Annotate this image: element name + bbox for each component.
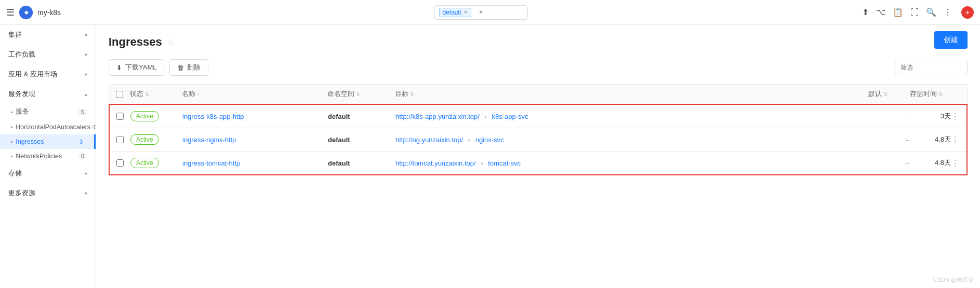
toolbar: ⬇ 下载YAML 🗑 删除: [109, 59, 968, 76]
sidebar-item-hpa[interactable]: ▪ HorizontalPodAutoscalers 0: [0, 120, 96, 134]
services-icon: ▪: [10, 108, 12, 116]
delete-button[interactable]: 🗑 删除: [169, 59, 208, 76]
sidebar-group-cluster[interactable]: 集群 ▾: [0, 25, 96, 45]
sort-name-icon[interactable]: ↕: [197, 91, 200, 97]
sidebar-group-service-discovery[interactable]: 服务发现 ▴: [0, 84, 96, 104]
download-yaml-label: 下载YAML: [125, 63, 156, 72]
sidebar-item-networkpolicies[interactable]: ▪ NetworkPolicies 0: [0, 149, 96, 163]
create-button[interactable]: 创建: [934, 31, 968, 49]
row1-uptime: 3天: [909, 112, 951, 121]
page-title: Ingresses: [109, 35, 162, 49]
row2-checkbox[interactable]: [116, 136, 124, 143]
sidebar-item-ingresses-left: ▪ Ingresses: [10, 138, 44, 145]
sort-target-icon[interactable]: ⇅: [410, 91, 414, 97]
row2-target-url[interactable]: http://ng.yunzaixin.top/: [395, 136, 463, 144]
row2-target: http://ng.yunzaixin.top/ › nginx-svc: [395, 136, 868, 144]
sidebar-badge-ingresses: 3: [76, 138, 86, 145]
sidebar-item-services[interactable]: ▪ 服务 5: [0, 104, 96, 120]
download-yaml-button[interactable]: ⬇ 下载YAML: [109, 59, 164, 76]
header-default-label: 默认: [868, 90, 882, 99]
sort-namespace-icon[interactable]: ⇅: [356, 91, 360, 97]
terminal-icon[interactable]: ⌥: [876, 7, 885, 17]
sidebar-group-app[interactable]: 应用 & 应用市场 ▾: [0, 64, 96, 84]
favorite-icon[interactable]: ☆: [167, 37, 175, 47]
row2-uptime-value: 4.8天: [935, 135, 951, 143]
row2-check: [110, 136, 130, 143]
sidebar-item-services-left: ▪ 服务: [10, 107, 29, 116]
menu-icon[interactable]: ☰: [6, 7, 15, 18]
upload-icon[interactable]: ⬆: [862, 7, 869, 17]
sidebar-group-workload-label: 工作负载: [8, 50, 35, 59]
header-status: 状态 ⇅: [130, 90, 182, 99]
row3-namespace: default: [328, 159, 395, 167]
namespace-tag-close[interactable]: ✕: [463, 9, 468, 15]
table-header: 状态 ⇅ 名称 ↕ 命名空间 ⇅: [109, 84, 968, 104]
sidebar-section-cluster: 集群 ▾: [0, 25, 96, 45]
header-namespace: 命名空间 ⇅: [327, 90, 395, 99]
row2-default-value: –: [906, 136, 909, 144]
fullscreen-icon[interactable]: ⛶: [910, 8, 919, 17]
sort-uptime-icon[interactable]: ⇅: [938, 91, 943, 97]
k8s-logo: ⎈: [19, 5, 33, 20]
sidebar-item-networkpolicies-label: NetworkPolicies: [16, 153, 62, 160]
plus-button[interactable]: +: [961, 6, 974, 19]
table-row: Active ingress-k8s-app-http default http…: [110, 105, 966, 128]
row1-check: [110, 113, 130, 120]
sidebar-item-ingresses[interactable]: ▪ Ingresses 3: [0, 134, 96, 149]
filter-input[interactable]: [895, 61, 968, 74]
sidebar-item-hpa-label: HorizontalPodAutoscalers: [16, 124, 90, 131]
sort-status-icon[interactable]: ⇅: [145, 91, 149, 97]
file-icon[interactable]: 📋: [893, 7, 903, 17]
sidebar-group-workload[interactable]: 工作负载 ▾: [0, 45, 96, 64]
row1-target-svc[interactable]: k8s-app-svc: [492, 113, 528, 120]
sidebar-item-services-label: 服务: [16, 107, 29, 116]
row3-default: –: [868, 159, 909, 167]
row3-target-svc[interactable]: tomcat-svc: [488, 159, 521, 167]
sidebar-group-service-discovery-label: 服务发现: [8, 89, 35, 99]
row1-status-badge: Active: [130, 111, 159, 121]
search-icon[interactable]: 🔍: [926, 7, 936, 17]
table-row: Active ingress-nginx-http default http:/…: [110, 128, 966, 151]
topbar-right: ⬆ ⌥ 📋 ⛶ 🔍 ⋮ +: [862, 6, 974, 19]
namespace-chevron-icon: ▼: [479, 9, 484, 15]
row1-default: –: [868, 113, 909, 120]
sidebar-item-networkpolicies-left: ▪ NetworkPolicies: [10, 153, 62, 160]
sort-default-icon[interactable]: ⇅: [883, 91, 888, 97]
select-all-checkbox[interactable]: [116, 91, 123, 98]
page-header: Ingresses ☆: [109, 35, 968, 49]
row3-target-url[interactable]: http://tomcat.yunzaixin.top/: [395, 159, 476, 167]
header-name[interactable]: 名称 ↕: [182, 90, 327, 99]
sidebar-chevron-more: ▾: [85, 190, 87, 196]
sidebar-chevron-cluster: ▾: [85, 32, 87, 38]
row1-namespace: default: [328, 113, 395, 120]
cluster-name: my-k8s: [37, 8, 61, 17]
row2-arrow-icon: ›: [468, 136, 470, 144]
row2-actions: ⋮: [951, 135, 966, 145]
row3-checkbox[interactable]: [116, 159, 124, 167]
row3-target: http://tomcat.yunzaixin.top/ › tomcat-sv…: [395, 159, 868, 167]
sidebar-group-more[interactable]: 更多资源 ▾: [0, 183, 96, 203]
row2-namespace-value: default: [328, 136, 350, 144]
row2-target-svc[interactable]: nginx-svc: [475, 136, 504, 144]
row1-namespace-value: default: [328, 113, 350, 120]
sidebar: 集群 ▾ 工作负载 ▾ 应用 & 应用市场 ▾ 服务发现 ▴ ▪: [0, 25, 96, 288]
sidebar-section-app: 应用 & 应用市场 ▾: [0, 64, 96, 84]
row2-more-icon[interactable]: ⋮: [951, 135, 959, 144]
row1-name-link[interactable]: ingress-k8s-app-http: [182, 113, 244, 120]
more-icon[interactable]: ⋮: [944, 7, 952, 17]
row3-more-icon[interactable]: ⋮: [951, 159, 959, 168]
namespace-selector[interactable]: default ✕ ▼: [434, 5, 528, 20]
highlighted-rows-group: Active ingress-k8s-app-http default http…: [109, 104, 968, 175]
row1-more-icon[interactable]: ⋮: [951, 112, 959, 121]
sidebar-section-workload: 工作负载 ▾: [0, 45, 96, 64]
row3-namespace-value: default: [328, 159, 350, 167]
header-default: 默认 ⇅: [868, 90, 910, 99]
row1-checkbox[interactable]: [116, 113, 124, 120]
row2-uptime: 4.8天: [909, 135, 951, 144]
row1-arrow-icon: ›: [485, 113, 487, 120]
row1-target-url[interactable]: http://k8s-app.yunzaixin.top/: [395, 113, 480, 120]
row2-name-link[interactable]: ingress-nginx-http: [182, 136, 236, 144]
sidebar-section-more: 更多资源 ▾: [0, 183, 96, 203]
sidebar-group-storage[interactable]: 存储 ▾: [0, 163, 96, 183]
row3-name-link[interactable]: ingress-tomcat-http: [182, 159, 240, 167]
